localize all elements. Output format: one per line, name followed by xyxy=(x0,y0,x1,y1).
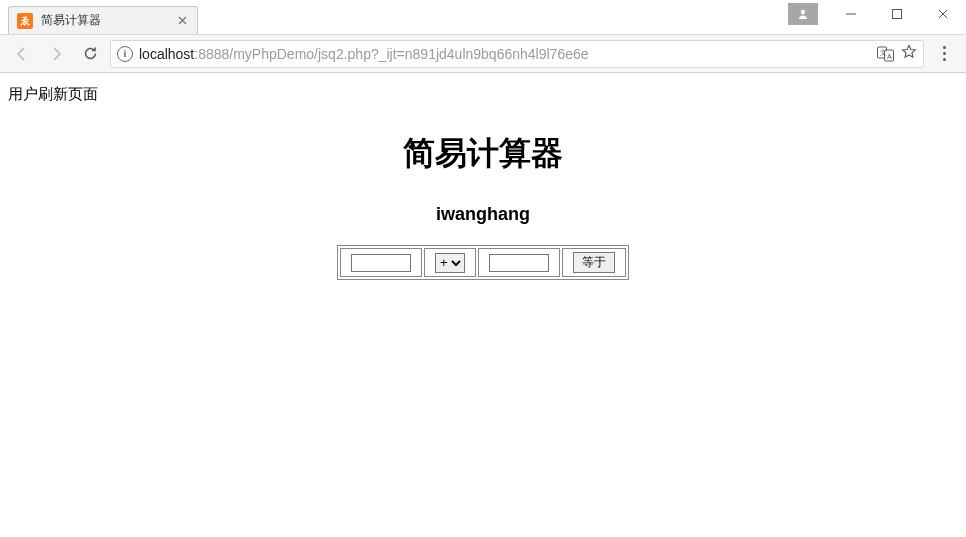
address-bar[interactable]: i localhost:8888/myPhpDemo/jsq2.php?_ijt… xyxy=(110,40,924,68)
bookmark-button[interactable] xyxy=(901,44,917,64)
window-controls xyxy=(788,0,966,28)
minimize-button[interactable] xyxy=(828,0,874,28)
forward-button[interactable] xyxy=(42,40,70,68)
minimize-icon xyxy=(845,8,857,20)
reload-icon xyxy=(82,45,99,62)
url-path: :8888/myPhpDemo/jsq2.php?_ijt=n891jd4uln… xyxy=(194,46,588,62)
calculator-form: + 等于 xyxy=(8,245,958,280)
new-tab-button[interactable] xyxy=(206,10,230,32)
svg-text:文: 文 xyxy=(880,49,887,56)
svg-rect-2 xyxy=(893,10,902,19)
browser-menu-button[interactable] xyxy=(930,40,958,68)
arrow-left-icon xyxy=(13,45,31,63)
table-row: + 等于 xyxy=(340,248,626,277)
page-title: 简易计算器 xyxy=(8,132,958,176)
site-info-icon[interactable]: i xyxy=(117,46,133,62)
back-button[interactable] xyxy=(8,40,36,68)
maximize-icon xyxy=(891,8,903,20)
kebab-dot-icon xyxy=(943,58,946,61)
refresh-message: 用户刷新页面 xyxy=(8,85,958,104)
kebab-dot-icon xyxy=(943,46,946,49)
kebab-dot-icon xyxy=(943,52,946,55)
person-icon xyxy=(797,8,809,20)
num2-cell xyxy=(478,248,560,277)
url-text: localhost:8888/myPhpDemo/jsq2.php?_ijt=n… xyxy=(139,46,589,62)
close-tab-button[interactable] xyxy=(175,14,189,28)
browser-tab[interactable]: ゑ 简易计算器 xyxy=(8,6,198,34)
calculator-table: + 等于 xyxy=(337,245,629,280)
browser-chrome: ゑ 简易计算器 i localhost:8888/myPhpDemo/jsq2.… xyxy=(0,0,966,73)
num2-input[interactable] xyxy=(489,254,549,272)
translate-icon: 文A xyxy=(877,46,895,62)
svg-point-0 xyxy=(801,10,805,14)
operator-select[interactable]: + xyxy=(435,253,465,273)
num1-input[interactable] xyxy=(351,254,411,272)
maximize-button[interactable] xyxy=(874,0,920,28)
browser-toolbar: i localhost:8888/myPhpDemo/jsq2.php?_ijt… xyxy=(0,34,966,72)
author-name: iwanghang xyxy=(8,204,958,225)
star-icon xyxy=(901,44,917,60)
translate-button[interactable]: 文A xyxy=(877,46,895,62)
equals-button[interactable]: 等于 xyxy=(573,252,615,273)
close-window-button[interactable] xyxy=(920,0,966,28)
arrow-right-icon xyxy=(47,45,65,63)
page-content: 用户刷新页面 简易计算器 iwanghang + 等于 xyxy=(0,73,966,288)
url-host: localhost xyxy=(139,46,194,62)
close-icon xyxy=(937,8,949,20)
tab-title: 简易计算器 xyxy=(41,12,175,29)
operator-cell: + xyxy=(424,248,476,277)
num1-cell xyxy=(340,248,422,277)
xampp-favicon-icon: ゑ xyxy=(17,13,33,29)
equals-cell: 等于 xyxy=(562,248,626,277)
profile-avatar-button[interactable] xyxy=(788,3,818,25)
close-icon xyxy=(178,16,187,25)
svg-text:A: A xyxy=(887,52,892,59)
reload-button[interactable] xyxy=(76,40,104,68)
